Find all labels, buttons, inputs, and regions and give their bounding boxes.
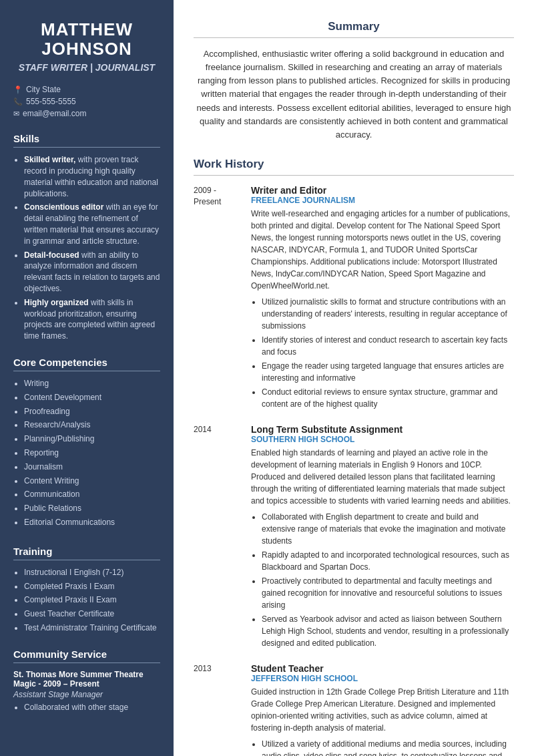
competency-proofreading: Proofreading	[24, 406, 160, 417]
training-item-5: Test Administrator Training Certificate	[24, 622, 160, 634]
job-date-1: 2009 -Present	[194, 185, 240, 412]
location-icon	[13, 85, 23, 94]
job-title-2: Long Term Substitute Assignment	[251, 424, 514, 435]
work-history-title: Work History	[194, 158, 514, 171]
bullet: Collaborated with English department to …	[262, 511, 514, 547]
competency-planning: Planning/Publishing	[24, 433, 160, 445]
competency-editorial: Editorial Communications	[24, 517, 160, 528]
community-bullets: Collaborated with other stage	[13, 702, 160, 713]
training-item-2: Completed Praxis I Exam	[24, 581, 160, 592]
job-desc-3: Guided instruction in 12th Grade College…	[251, 686, 514, 734]
training-item-3: Completed Praxis II Exam	[24, 594, 160, 606]
job-title-3: Student Teacher	[251, 663, 514, 674]
competency-journalism: Journalism	[24, 461, 160, 473]
competencies-list: Writing Content Development Proofreading…	[13, 378, 160, 531]
job-desc-2: Enabled high standards of learning and p…	[251, 447, 514, 507]
job-content-3: Student Teacher JEFFERSON HIGH SCHOOL Gu…	[251, 663, 514, 756]
job-company-3: JEFFERSON HIGH SCHOOL	[251, 674, 514, 683]
community-role: Assistant Stage Manager	[13, 690, 160, 699]
skills-list: Skilled writer, with proven track record…	[13, 154, 160, 342]
job-entry-3: 2013 Student Teacher JEFFERSON HIGH SCHO…	[194, 663, 514, 756]
main-content: Summary Accomplished, enthusiastic write…	[174, 0, 534, 756]
training-list: Instructional I English (7-12) Completed…	[13, 567, 160, 634]
sidebar: MATTHEW JOHNSON STAFF WRITER | JOURNALIS…	[0, 0, 174, 756]
job-title-1: Writer and Editor	[251, 185, 514, 196]
bullet: Engage the reader using targeted languag…	[262, 360, 514, 384]
job-content-1: Writer and Editor FREELANCE JOURNALISM W…	[251, 185, 514, 412]
candidate-title: STAFF WRITER | JOURNALIST	[13, 62, 160, 73]
candidate-name: MATTHEW JOHNSON	[13, 20, 160, 58]
skill-item-1: Skilled writer, with proven track record…	[24, 154, 160, 199]
bullet: Conduct editorial reviews to ensure synt…	[262, 386, 514, 410]
training-title: Training	[13, 546, 160, 557]
training-item-1: Instructional I English (7-12)	[24, 567, 160, 578]
bullet: Proactively contributed to departmental …	[262, 575, 514, 611]
job-bullets-3: Utilized a variety of additional mediums…	[251, 738, 514, 756]
competency-content-writing: Content Writing	[24, 476, 160, 487]
community-title: Community Service	[13, 648, 160, 660]
bullet: Rapidly adapted to and incorporated tech…	[262, 549, 514, 573]
bullet: Identify stories of interest and conduct…	[262, 334, 514, 358]
training-item-4: Guest Teacher Certificate	[24, 608, 160, 620]
community-bullet-1: Collaborated with other stage	[24, 702, 160, 713]
job-desc-1: Write well-researched and engaging artic…	[251, 208, 514, 292]
competency-research: Research/Analysis	[24, 419, 160, 431]
job-entry-2: 2014 Long Term Substitute Assignment SOU…	[194, 424, 514, 651]
bullet: Utilized a variety of additional mediums…	[262, 738, 514, 756]
phone-icon	[13, 97, 23, 106]
skill-item-2: Conscientious editor with an eye for det…	[24, 202, 160, 246]
competency-pr: Public Relations	[24, 503, 160, 514]
summary-text: Accomplished, enthusiastic writer offeri…	[194, 47, 514, 142]
job-date-2: 2014	[194, 424, 240, 651]
skills-title: Skills	[13, 133, 160, 144]
bullet: Utilized journalistic skills to format a…	[262, 296, 514, 332]
bullet: Served as Yearbook advisor and acted as …	[262, 613, 514, 649]
phone: 555-555-5555	[13, 97, 160, 106]
job-bullets-1: Utilized journalistic skills to format a…	[251, 296, 514, 410]
job-bullets-2: Collaborated with English department to …	[251, 511, 514, 649]
email: email@email.com	[13, 109, 160, 118]
skill-item-3: Detail-focused with an ability to analyz…	[24, 250, 160, 295]
competency-reporting: Reporting	[24, 447, 160, 459]
email-icon	[13, 109, 19, 118]
location: City State	[13, 85, 160, 94]
summary-title: Summary	[194, 20, 514, 33]
job-company-2: SOUTHERN HIGH SCHOOL	[251, 435, 514, 444]
competency-writing: Writing	[24, 378, 160, 389]
job-company-1: FREELANCE JOURNALISM	[251, 196, 514, 205]
job-entry-1: 2009 -Present Writer and Editor FREELANC…	[194, 185, 514, 412]
job-date-3: 2013	[194, 663, 240, 756]
community-org: St. Thomas More Summer Theatre Magic - 2…	[13, 670, 160, 689]
competencies-title: Core Competencies	[13, 357, 160, 368]
job-content-2: Long Term Substitute Assignment SOUTHERN…	[251, 424, 514, 651]
skill-item-4: Highly organized with skills in workload…	[24, 297, 160, 342]
competency-communication: Communication	[24, 489, 160, 500]
competency-content-dev: Content Development	[24, 392, 160, 403]
contact-info: City State 555-555-5555 email@email.com	[13, 85, 160, 118]
